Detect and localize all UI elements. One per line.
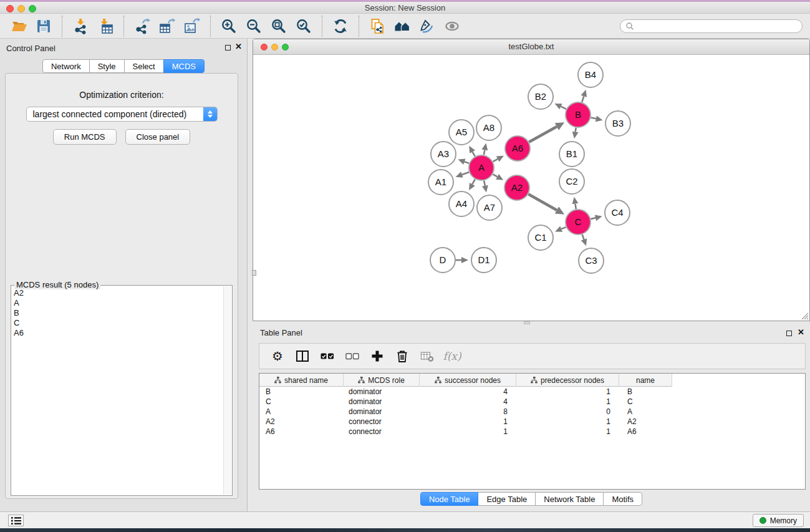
graph-edge-C-C1[interactable] [561, 227, 566, 229]
table-cell[interactable]: dominator [344, 397, 420, 407]
graph-edge-B-B2[interactable] [561, 107, 566, 109]
result-item[interactable]: C [14, 318, 222, 328]
zoom-fit-button[interactable] [269, 16, 289, 36]
table-cell[interactable]: 0 [516, 407, 619, 417]
table-cell[interactable]: 4 [420, 387, 516, 397]
run-mcds-button[interactable]: Run MCDS [53, 129, 117, 145]
import-network-button[interactable] [70, 16, 90, 36]
window-edge-handle[interactable] [252, 270, 256, 276]
graph-edge-A-A1[interactable] [462, 172, 469, 175]
table-cell[interactable]: B [619, 387, 672, 397]
table-cell[interactable]: 1 [516, 387, 619, 397]
table-row[interactable]: A2connector11A2 [259, 417, 805, 427]
table-cell[interactable]: A6 [619, 427, 672, 437]
zoom-in-button[interactable] [219, 16, 239, 36]
table-cell[interactable]: A [259, 407, 344, 417]
table-settings-button[interactable]: ⚙ [268, 347, 287, 365]
table-cell[interactable]: 1 [516, 397, 619, 407]
export-network-button[interactable] [132, 16, 152, 36]
table-cell[interactable]: 8 [420, 407, 516, 417]
table-cell[interactable]: dominator [344, 387, 420, 397]
tab-mcds[interactable]: MCDS [163, 59, 205, 73]
hide-graphics-details-button[interactable] [417, 16, 437, 36]
graph-edge-C-C2[interactable] [575, 204, 576, 210]
graph-edge-A-A6[interactable] [493, 159, 498, 162]
graph-edge-A6-B[interactable] [529, 127, 557, 142]
tab-node-table[interactable]: Node Table [420, 492, 479, 506]
table-cell[interactable]: A [619, 407, 672, 417]
result-item[interactable]: A [14, 298, 222, 308]
table-cell[interactable]: A2 [259, 417, 344, 427]
table-cell[interactable]: B [259, 387, 344, 397]
graph-edge-A-A4[interactable] [472, 179, 475, 184]
export-table-button[interactable] [157, 16, 177, 36]
close-panel-button[interactable]: Close panel [125, 129, 191, 145]
zoom-out-button[interactable] [244, 16, 264, 36]
result-scrollbar[interactable] [223, 286, 231, 495]
task-history-button[interactable] [8, 515, 24, 526]
graph-edge-A-A3[interactable] [465, 162, 469, 163]
graph-edge-A-A8[interactable] [484, 150, 485, 155]
table-cell[interactable]: A6 [259, 427, 344, 437]
tab-network-table[interactable]: Network Table [535, 492, 604, 506]
graph-edge-B-B1[interactable] [576, 128, 576, 132]
memory-button[interactable]: Memory [753, 514, 804, 527]
column-header-MCDS-role[interactable]: MCDS role [344, 374, 420, 387]
show-hide-preview-button[interactable] [442, 16, 462, 36]
close-panel-icon[interactable]: ✕ [235, 42, 242, 51]
search-field[interactable] [620, 19, 803, 33]
table-cell[interactable]: 1 [516, 417, 619, 427]
graph-edge-B-B3[interactable] [591, 117, 596, 118]
table-cell[interactable]: 1 [516, 427, 619, 437]
table-row[interactable]: A6connector11A6 [259, 427, 805, 437]
home-neighbors-button[interactable] [392, 16, 412, 36]
import-table-button[interactable] [95, 16, 115, 36]
table-cell[interactable]: dominator [344, 407, 420, 417]
tab-network[interactable]: Network [42, 59, 90, 73]
table-cell[interactable]: C [259, 397, 344, 407]
search-input[interactable] [634, 22, 790, 31]
table-row[interactable]: Adominator80A [259, 407, 805, 417]
tab-style[interactable]: Style [89, 59, 125, 73]
tab-motifs[interactable]: Motifs [603, 492, 642, 506]
refresh-layout-button[interactable] [330, 16, 350, 36]
float-panel-icon[interactable] [225, 45, 231, 51]
graph-edge-A2-C[interactable] [528, 194, 557, 210]
add-column-button[interactable] [368, 347, 387, 365]
column-header-shared-name[interactable]: shared name [259, 374, 344, 387]
close-table-panel-icon[interactable]: ✕ [798, 327, 804, 337]
duplicate-network-button[interactable] [367, 16, 387, 36]
toggle-columns-button[interactable] [293, 347, 312, 365]
select-all-button[interactable] [318, 347, 337, 365]
save-session-button[interactable] [34, 16, 54, 36]
table-row[interactable]: Cdominator41C [259, 397, 805, 407]
table-cell[interactable]: connector [344, 427, 420, 437]
graph-edge-B-B4[interactable] [582, 96, 584, 102]
column-header-successor-nodes[interactable]: successor nodes [420, 374, 516, 387]
tab-select[interactable]: Select [124, 59, 164, 73]
resize-grip-icon[interactable] [800, 311, 809, 320]
result-item[interactable]: A6 [14, 328, 222, 338]
graph-edge-A-A2[interactable] [493, 174, 497, 177]
export-image-button[interactable] [182, 16, 202, 36]
network-graph[interactable]: B4B2BB3A5A8A6A3AB1A1C2A2A4A7C4CC1DD1C3 [253, 55, 809, 321]
criterion-dropdown[interactable]: largest connected component (directed) [26, 107, 218, 122]
column-header-name[interactable]: name [619, 374, 672, 387]
result-item[interactable]: B [14, 308, 222, 318]
table-cell[interactable]: 1 [420, 427, 516, 437]
graph-edge-C-C3[interactable] [582, 235, 584, 239]
graph-edge-C-C4[interactable] [591, 218, 595, 219]
graph-edge-A-A5[interactable] [473, 152, 475, 156]
result-item[interactable]: A2 [14, 288, 222, 298]
open-file-button[interactable] [9, 16, 29, 36]
float-table-panel-icon[interactable] [786, 331, 792, 336]
zoom-selected-button[interactable] [294, 16, 314, 36]
column-header-predecessor-nodes[interactable]: predecessor nodes [516, 374, 619, 387]
table-cell[interactable]: C [619, 397, 672, 407]
table-cell[interactable]: 1 [420, 417, 516, 427]
table-cell[interactable]: A2 [619, 417, 672, 427]
deselect-all-button[interactable] [343, 347, 362, 365]
tab-edge-table[interactable]: Edge Table [478, 492, 536, 506]
delete-column-button[interactable] [393, 347, 412, 365]
table-row[interactable]: Bdominator41B [259, 387, 805, 397]
